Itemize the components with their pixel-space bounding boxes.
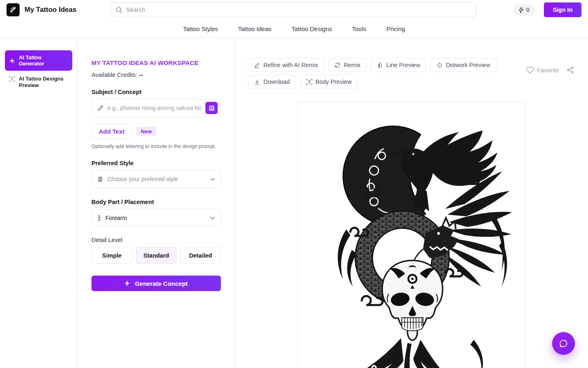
pencil-icon bbox=[97, 105, 104, 111]
dotwork-preview-button[interactable]: Dotwork Preview bbox=[430, 58, 497, 72]
person-icon bbox=[97, 215, 101, 221]
body-preview-button[interactable]: Body Preview bbox=[300, 75, 358, 89]
chevron-down-icon bbox=[210, 177, 215, 181]
add-text-button[interactable]: Add Text bbox=[91, 124, 132, 139]
credits-badge[interactable]: 0 bbox=[513, 4, 535, 16]
subject-input[interactable] bbox=[107, 105, 202, 111]
style-label: Preferred Style bbox=[91, 160, 221, 166]
workspace-title: MY TATTOO IDEAS AI WORKSPACE bbox=[91, 59, 221, 66]
body-part-value: Forearm bbox=[105, 215, 206, 221]
search-bar[interactable] bbox=[110, 2, 477, 17]
generate-concept-button[interactable]: Generate Concept bbox=[91, 276, 221, 291]
chat-bubble-icon bbox=[559, 339, 568, 348]
sign-in-button[interactable]: Sign In bbox=[544, 2, 581, 17]
preview-toolbar-row-2: Download Body Preview bbox=[248, 75, 588, 89]
chevron-down-icon bbox=[210, 216, 215, 220]
nav-pricing[interactable]: Pricing bbox=[386, 25, 405, 32]
new-badge: New bbox=[136, 127, 156, 136]
body-scan-icon bbox=[9, 76, 15, 82]
download-icon bbox=[254, 79, 260, 85]
heart-icon[interactable] bbox=[526, 66, 534, 74]
grid-icon bbox=[209, 105, 215, 111]
prompt-ideas-button[interactable] bbox=[205, 102, 218, 114]
add-text-help: Optionally add lettering to include in t… bbox=[91, 144, 221, 149]
search-icon bbox=[116, 7, 122, 13]
subject-field bbox=[91, 99, 221, 117]
nav-tattoo-styles[interactable]: Tattoo Styles bbox=[183, 25, 218, 32]
edit-icon bbox=[254, 62, 260, 68]
share-icon[interactable] bbox=[567, 66, 574, 74]
style-value: Choose your preferred style bbox=[107, 176, 206, 182]
sidebar-item-ai-tattoo-generator[interactable]: AI Tattoo Generator bbox=[5, 50, 72, 71]
crosshair-icon bbox=[437, 62, 443, 68]
ink-bottle-icon bbox=[97, 176, 103, 182]
lightning-icon bbox=[519, 7, 524, 13]
detail-standard-button[interactable]: Standard bbox=[136, 247, 177, 264]
favorite-label[interactable]: Favorite bbox=[537, 67, 559, 74]
subject-label: Subject / Concept bbox=[91, 89, 221, 95]
credits-count: 0 bbox=[526, 7, 530, 13]
invert-colors-icon bbox=[377, 62, 383, 68]
refine-with-ai-remix-button[interactable]: Refine with AI Remix bbox=[248, 58, 324, 72]
detail-detailed-button[interactable]: Detailed bbox=[180, 247, 221, 264]
line-preview-button[interactable]: Line Preview bbox=[371, 58, 426, 72]
download-button[interactable]: Download bbox=[248, 75, 296, 89]
search-input[interactable] bbox=[126, 7, 471, 13]
nav-tattoo-designs[interactable]: Tattoo Designs bbox=[292, 25, 332, 32]
favorite-group: Favorite bbox=[526, 66, 574, 74]
sparkle-icon bbox=[9, 58, 15, 64]
main-nav: Tattoo Styles Tattoo Ideas Tattoo Design… bbox=[0, 20, 588, 38]
sidebar: AI Tattoo Generator AI Tattoo Designs Pr… bbox=[0, 38, 78, 368]
sidebar-item-label: AI Tattoo Generator bbox=[19, 54, 68, 67]
nav-tools[interactable]: Tools bbox=[352, 25, 366, 32]
remix-button[interactable]: Remix bbox=[328, 58, 367, 72]
body-part-select[interactable]: Forearm bbox=[91, 209, 221, 227]
style-select[interactable]: Choose your preferred style bbox=[91, 170, 221, 188]
top-bar: My Tattoo Ideas 0 Sign In bbox=[0, 0, 588, 20]
lightning-icon bbox=[125, 280, 130, 287]
body-scan-icon bbox=[306, 79, 312, 85]
preview-panel: Refine with AI Remix Remix Line Preview … bbox=[235, 38, 588, 368]
brand-logo-icon bbox=[7, 3, 20, 16]
detail-level-group: Simple Standard Detailed bbox=[91, 247, 221, 264]
detail-level-label: Detail Level bbox=[91, 237, 221, 243]
detail-simple-button[interactable]: Simple bbox=[91, 247, 132, 264]
nav-tattoo-ideas[interactable]: Tattoo Ideas bbox=[238, 25, 272, 32]
credits-value: -- bbox=[139, 72, 143, 78]
available-credits: Available Credits: -- bbox=[91, 72, 221, 78]
body-part-label: Body Part / Placement bbox=[91, 199, 221, 205]
chat-fab-button[interactable] bbox=[552, 332, 575, 355]
sidebar-item-ai-tattoo-designs-preview[interactable]: AI Tattoo Designs Preview bbox=[5, 71, 72, 89]
brand-title: My Tattoo Ideas bbox=[24, 6, 76, 14]
generator-panel: MY TATTOO IDEAS AI WORKSPACE Available C… bbox=[78, 38, 235, 368]
brand[interactable]: My Tattoo Ideas bbox=[7, 3, 110, 16]
tattoo-artwork bbox=[298, 101, 525, 368]
sidebar-item-label: AI Tattoo Designs Preview bbox=[19, 76, 68, 89]
refresh-icon bbox=[334, 62, 341, 68]
